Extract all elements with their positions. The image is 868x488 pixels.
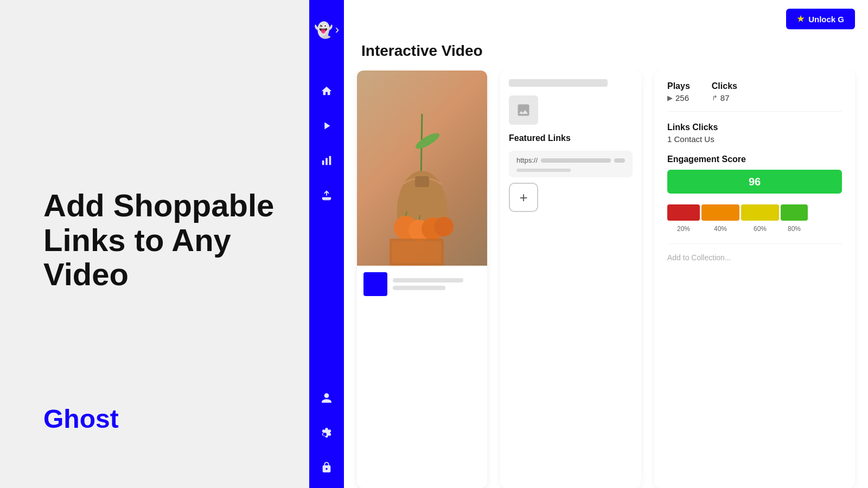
bar-labels: 20%40%60%80% [667,225,842,233]
url-input-box: https:// [509,151,633,177]
stats-panel: Plays ▶ 256 Clicks ↱ 87 Links Clicks 1 C… [654,70,855,488]
svg-point-5 [413,131,441,152]
featured-header-bar [509,79,608,87]
page-title: Interactive Video [344,38,868,70]
url-dot [614,158,625,163]
ghost-sidebar-icon: 👻 [314,21,333,39]
clicks-value: ↱ 87 [712,93,737,102]
sidebar-item-analytics[interactable] [317,151,336,170]
add-link-button[interactable]: + [509,183,538,212]
url-subline [516,169,571,172]
sidebar-logo-blob[interactable]: 👻 [309,0,344,60]
progress-bar-segment [781,204,808,221]
sidebar-logo-area: 👻 [309,0,344,60]
marketing-title-block: Add Shoppable Links to Any Video [43,145,277,292]
plays-label: Plays [667,81,690,91]
image-icon [516,102,531,118]
progress-bar-label: 60% [741,225,779,233]
cursor-icon: ↱ [712,94,718,102]
top-bar: ★ Unlock G [344,0,868,38]
sidebar: 👻 [309,0,344,488]
engagement-label: Engagement Score [667,155,842,164]
sidebar-item-video[interactable] [317,116,336,136]
svg-rect-7 [415,176,429,187]
engagement-score: 96 [749,176,761,188]
add-collection-area: Add to Collection... [667,243,842,262]
video-color-swatch [363,272,387,296]
svg-rect-15 [392,241,441,263]
progress-bar-segment [667,204,700,221]
plays-value: ▶ 256 [667,93,690,102]
links-clicks-label: Links Clicks [667,123,842,132]
url-line [541,158,611,163]
marketing-title: Add Shoppable Links to Any Video [43,188,277,292]
svg-rect-0 [322,160,324,165]
svg-point-11 [434,217,454,236]
unlock-button[interactable]: ★ Unlock G [786,9,855,29]
progress-bar-label: 20% [667,225,700,233]
video-text-lines [393,278,481,290]
sidebar-item-lock[interactable] [317,458,336,477]
featured-links-title: Featured Links [509,133,633,143]
sidebar-item-home[interactable] [317,81,336,101]
url-input-row: https:// [516,156,625,164]
add-collection-text: Add to Collection... [667,253,731,262]
marketing-panel: Add Shoppable Links to Any Video Ghost [0,0,309,488]
stats-row: Plays ▶ 256 Clicks ↱ 87 [667,81,842,112]
video-bottom [357,266,487,303]
main-content: ★ Unlock G Interactive Video [344,0,868,488]
sidebar-nav [317,81,336,388]
featured-image-placeholder [509,95,538,125]
progress-bar-label: 40% [701,225,739,233]
engagement-bar: 96 [667,170,842,194]
progress-bar-label: 80% [781,225,808,233]
featured-links-panel: Featured Links https:// + [500,70,641,488]
content-area: Featured Links https:// + Plays ▶ 256 [344,70,868,488]
sidebar-bottom [317,388,336,488]
ghost-logo: Ghost [43,404,277,434]
progress-bars [667,204,842,221]
sidebar-item-settings[interactable] [317,423,336,442]
clicks-stat: Clicks ↱ 87 [712,81,737,102]
svg-rect-1 [326,158,328,165]
links-clicks-value: 1 Contact Us [667,134,842,144]
play-icon: ▶ [667,94,673,102]
progress-bar-segment [701,204,739,221]
svg-rect-2 [329,156,331,165]
video-text-line-2 [393,286,445,290]
video-panel [357,70,487,488]
clicks-label: Clicks [712,81,737,91]
sidebar-item-profile[interactable] [317,388,336,408]
url-prefix: https:// [516,156,538,164]
sidebar-item-upload[interactable] [317,185,336,205]
video-text-line-1 [393,278,463,282]
star-icon: ★ [797,14,804,24]
plays-stat: Plays ▶ 256 [667,81,690,102]
progress-bar-segment [741,204,779,221]
video-scene-svg [357,70,487,266]
video-thumbnail [357,70,487,266]
svg-line-13 [419,215,420,220]
